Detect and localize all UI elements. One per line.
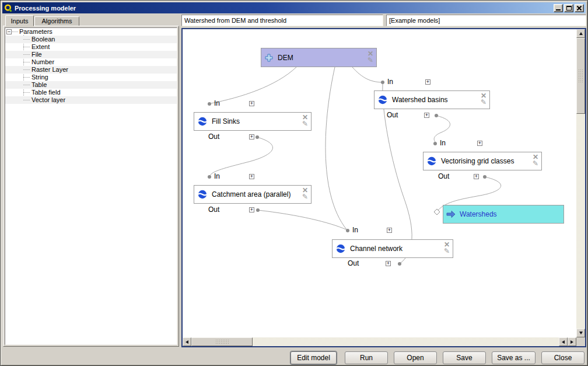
scroll-right-button[interactable]: [568, 337, 576, 346]
scroll-up-icon: [579, 32, 583, 35]
port-expand-icon[interactable]: +: [474, 174, 479, 179]
input-plus-icon: [264, 53, 274, 62]
node-label: Vectorising grid classes: [441, 157, 514, 165]
tree-item-label: Number: [32, 58, 54, 66]
maximize-button[interactable]: [564, 4, 573, 12]
close-button[interactable]: [575, 4, 584, 12]
port-expand-icon[interactable]: +: [249, 134, 254, 140]
model-node-catchment-area[interactable]: Catchment area (parallel) ✕ ✎: [194, 185, 312, 204]
tree-item-label: File: [32, 51, 42, 58]
scroll-left-icon: [562, 340, 565, 344]
horizontal-scroll-thumb[interactable]: [191, 337, 253, 346]
canvas-horizontal-scrollbar[interactable]: [183, 337, 576, 346]
scroll-down-icon: [579, 332, 583, 334]
parameters-tree: − Parameters Boolean Extent File Number …: [5, 27, 177, 345]
inputs-panel: − Parameters Boolean Extent File Number …: [3, 26, 179, 347]
output-connector-diamond: [434, 209, 440, 215]
port-expand-icon[interactable]: +: [425, 79, 430, 85]
edit-node-icon[interactable]: ✎: [302, 194, 308, 200]
tree-item-label: String: [32, 74, 48, 81]
model-node-watersheds-output[interactable]: Watersheds: [443, 205, 564, 224]
vertical-scroll-thumb[interactable]: [576, 38, 585, 114]
port-out-label: Out: [208, 133, 219, 141]
canvas-vertical-scrollbar[interactable]: [576, 29, 585, 337]
tree-item-table[interactable]: Table: [5, 81, 177, 89]
wire-catchment-channel: [258, 210, 346, 229]
wire-dem-fillsinks: [211, 67, 296, 103]
tab-inputs[interactable]: Inputs: [5, 15, 34, 26]
tree-item-raster-layer[interactable]: Raster Layer: [5, 66, 177, 74]
edit-node-icon[interactable]: ✎: [368, 57, 373, 64]
edit-model-help-button[interactable]: Edit model help: [290, 351, 337, 364]
port-expand-icon[interactable]: +: [249, 207, 254, 212]
saga-algorithm-icon: [426, 156, 437, 166]
edit-node-icon[interactable]: ✎: [481, 99, 487, 106]
model-node-fill-sinks[interactable]: Fill Sinks ✕ ✎: [194, 112, 312, 131]
saga-algorithm-icon: [335, 243, 346, 254]
node-label: Channel network: [350, 245, 402, 253]
scrollbar-corner: [576, 337, 585, 346]
edit-node-icon[interactable]: ✎: [444, 248, 450, 255]
tree-item-vector-layer[interactable]: Vector layer: [5, 96, 177, 104]
saga-algorithm-icon: [197, 189, 208, 200]
model-canvas[interactable]: DEM ✕ ✎ In + Fill Sinks ✕ ✎ O: [181, 28, 586, 347]
tree-item-label: Boolean: [32, 36, 55, 43]
tree-item-parameters[interactable]: − Parameters: [5, 28, 177, 36]
title-bar[interactable]: Processing modeler: [2, 2, 586, 13]
port-expand-icon[interactable]: +: [249, 101, 254, 106]
wire-basins-vectorising: [434, 116, 450, 142]
port-in-label: In: [214, 100, 220, 107]
port-expand-icon[interactable]: +: [424, 113, 429, 118]
collapse-expander-icon[interactable]: −: [6, 29, 12, 34]
run-button[interactable]: Run: [345, 351, 388, 364]
saga-algorithm-icon: [377, 95, 388, 105]
tree-item-table-field[interactable]: Table field: [5, 89, 177, 96]
scroll-down-button[interactable]: [576, 329, 585, 337]
port-out-label: Out: [387, 111, 398, 119]
edit-node-icon[interactable]: ✎: [302, 121, 308, 127]
edit-node-icon[interactable]: ✎: [533, 161, 538, 167]
node-label: Watershed basins: [392, 96, 448, 104]
model-node-channel-network[interactable]: Channel network ✕ ✎: [332, 239, 453, 258]
tree-item-number[interactable]: Number: [5, 58, 177, 66]
model-node-watershed-basins[interactable]: Watershed basins ✕ ✎: [374, 90, 490, 109]
tree-item-label: Table field: [32, 89, 61, 96]
model-name-input[interactable]: [181, 15, 383, 26]
port-expand-icon[interactable]: +: [249, 174, 254, 179]
tree-item-extent[interactable]: Extent: [5, 43, 177, 51]
tree-item-file[interactable]: File: [5, 51, 177, 58]
tree-item-string[interactable]: String: [5, 74, 177, 81]
scroll-right-icon: [570, 340, 573, 344]
node-label: Catchment area (parallel): [212, 190, 290, 198]
maximize-icon: [566, 6, 572, 11]
save-button[interactable]: Save: [443, 351, 486, 364]
port-in-label: In: [440, 140, 446, 147]
wire-dem-channel: [326, 67, 346, 229]
port-expand-icon[interactable]: +: [386, 261, 391, 266]
tab-algorithms[interactable]: Algorithms: [34, 16, 79, 26]
port-expand-icon[interactable]: +: [387, 228, 392, 233]
scroll-up-button[interactable]: [576, 29, 585, 38]
model-canvas-surface[interactable]: DEM ✕ ✎ In + Fill Sinks ✕ ✎ O: [183, 29, 576, 337]
tree-item-label: Raster Layer: [32, 66, 68, 74]
model-node-dem[interactable]: DEM ✕ ✎: [261, 48, 377, 67]
open-button[interactable]: Open: [394, 351, 437, 364]
port-expand-icon[interactable]: +: [477, 141, 482, 146]
minimize-button[interactable]: [554, 4, 563, 12]
port-in-label: In: [352, 226, 358, 234]
model-group-input[interactable]: [386, 15, 586, 26]
qgis-logo-icon: [4, 4, 12, 12]
window-title: Processing modeler: [15, 5, 76, 12]
close-icon: [576, 5, 582, 11]
minimize-icon: [556, 9, 561, 11]
model-node-vectorising-grid-classes[interactable]: Vectorising grid classes ✕ ✎: [423, 152, 542, 170]
close-dialog-button[interactable]: Close: [541, 351, 584, 364]
port-in-label: In: [214, 173, 220, 180]
save-as-button[interactable]: Save as ...: [492, 351, 536, 364]
tree-item-label: Vector layer: [32, 96, 65, 104]
scroll-left-button-2[interactable]: [559, 337, 568, 346]
output-arrow-icon: [446, 210, 456, 218]
scroll-left-button[interactable]: [183, 337, 191, 346]
tree-item-boolean[interactable]: Boolean: [5, 36, 177, 43]
saga-algorithm-icon: [197, 116, 208, 127]
